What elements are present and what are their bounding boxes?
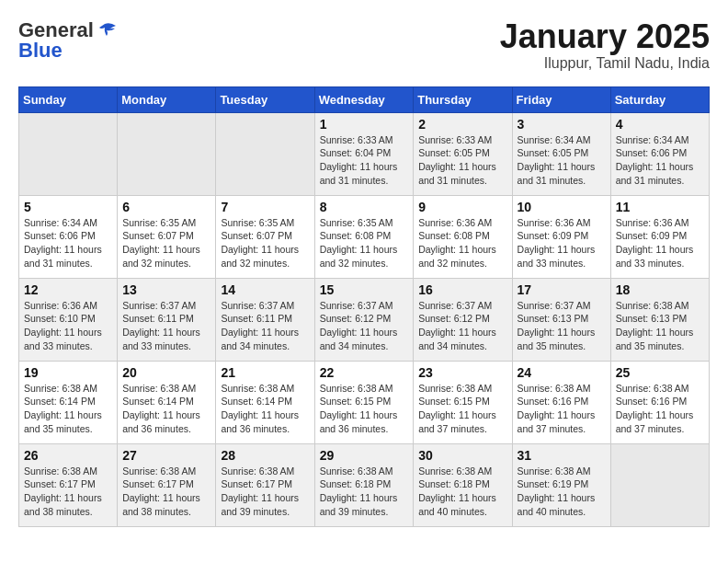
day-number: 13 [122,282,210,297]
calendar-cell: 24Sunrise: 6:38 AMSunset: 6:16 PMDayligh… [512,361,610,443]
calendar-cell: 3Sunrise: 6:34 AMSunset: 6:05 PMDaylight… [512,112,610,195]
day-number: 21 [221,365,309,380]
calendar-cell: 20Sunrise: 6:38 AMSunset: 6:14 PMDayligh… [118,361,216,443]
calendar-cell [19,112,118,195]
day-number: 23 [418,365,506,380]
day-info: Sunrise: 6:38 AMSunset: 6:17 PMDaylight:… [24,465,112,519]
calendar-cell: 21Sunrise: 6:38 AMSunset: 6:14 PMDayligh… [216,361,314,443]
day-number: 20 [122,365,210,380]
calendar-cell: 19Sunrise: 6:38 AMSunset: 6:14 PMDayligh… [19,361,118,443]
day-number: 4 [616,117,704,132]
day-info: Sunrise: 6:38 AMSunset: 6:15 PMDaylight:… [418,382,506,436]
week-row: 26Sunrise: 6:38 AMSunset: 6:17 PMDayligh… [19,443,710,526]
day-number: 22 [320,365,409,380]
calendar-cell: 31Sunrise: 6:38 AMSunset: 6:19 PMDayligh… [512,443,610,526]
calendar-cell: 27Sunrise: 6:38 AMSunset: 6:17 PMDayligh… [118,443,216,526]
day-info: Sunrise: 6:33 AMSunset: 6:04 PMDaylight:… [320,133,409,188]
day-number: 11 [616,200,704,214]
day-info: Sunrise: 6:34 AMSunset: 6:06 PMDaylight:… [24,216,112,270]
day-info: Sunrise: 6:38 AMSunset: 6:16 PMDaylight:… [518,382,606,436]
calendar-cell [118,112,216,195]
day-number: 27 [122,448,210,463]
weekday-header-friday: Friday [512,86,610,112]
calendar-cell: 16Sunrise: 6:37 AMSunset: 6:12 PMDayligh… [414,278,512,361]
calendar-cell: 4Sunrise: 6:34 AMSunset: 6:06 PMDaylight… [610,112,709,195]
day-number: 2 [418,117,506,132]
calendar-cell: 15Sunrise: 6:37 AMSunset: 6:12 PMDayligh… [314,278,414,361]
day-info: Sunrise: 6:35 AMSunset: 6:07 PMDaylight:… [221,216,309,270]
logo-bird-icon [97,22,118,39]
weekday-header-row: SundayMondayTuesdayWednesdayThursdayFrid… [19,86,710,112]
day-info: Sunrise: 6:34 AMSunset: 6:06 PMDaylight:… [616,133,704,188]
calendar-cell: 22Sunrise: 6:38 AMSunset: 6:15 PMDayligh… [314,361,414,443]
logo: General Blue [18,18,118,63]
calendar-cell: 11Sunrise: 6:36 AMSunset: 6:09 PMDayligh… [610,195,709,278]
day-info: Sunrise: 6:38 AMSunset: 6:17 PMDaylight:… [221,465,309,519]
day-info: Sunrise: 6:37 AMSunset: 6:11 PMDaylight:… [221,299,309,353]
day-info: Sunrise: 6:38 AMSunset: 6:14 PMDaylight:… [221,382,309,436]
calendar-cell [610,443,709,526]
day-info: Sunrise: 6:36 AMSunset: 6:08 PMDaylight:… [418,216,506,270]
calendar-cell: 6Sunrise: 6:35 AMSunset: 6:07 PMDaylight… [118,195,216,278]
day-number: 24 [518,365,606,380]
calendar-cell: 26Sunrise: 6:38 AMSunset: 6:17 PMDayligh… [19,443,118,526]
day-info: Sunrise: 6:38 AMSunset: 6:14 PMDaylight:… [122,382,210,436]
calendar-cell: 10Sunrise: 6:36 AMSunset: 6:09 PMDayligh… [512,195,610,278]
calendar-cell [216,112,314,195]
day-info: Sunrise: 6:37 AMSunset: 6:12 PMDaylight:… [320,299,409,353]
calendar-cell: 29Sunrise: 6:38 AMSunset: 6:18 PMDayligh… [314,443,414,526]
week-row: 5Sunrise: 6:34 AMSunset: 6:06 PMDaylight… [19,195,710,278]
day-number: 28 [221,448,309,463]
week-row: 1Sunrise: 6:33 AMSunset: 6:04 PMDaylight… [19,112,710,195]
day-number: 12 [24,282,112,297]
calendar-cell: 28Sunrise: 6:38 AMSunset: 6:17 PMDayligh… [216,443,314,526]
weekday-header-wednesday: Wednesday [314,86,414,112]
day-number: 5 [24,200,112,214]
day-info: Sunrise: 6:35 AMSunset: 6:07 PMDaylight:… [122,216,210,270]
day-info: Sunrise: 6:37 AMSunset: 6:12 PMDaylight:… [418,299,506,353]
day-info: Sunrise: 6:38 AMSunset: 6:16 PMDaylight:… [616,382,704,436]
day-number: 18 [616,282,704,297]
day-number: 31 [518,448,606,463]
location: Iluppur, Tamil Nadu, India [500,55,710,72]
month-title: January 2025 [500,18,710,55]
day-info: Sunrise: 6:34 AMSunset: 6:05 PMDaylight:… [518,133,606,188]
calendar-cell: 2Sunrise: 6:33 AMSunset: 6:05 PMDaylight… [414,112,512,195]
day-number: 19 [24,365,112,380]
weekday-header-sunday: Sunday [19,86,118,112]
day-number: 25 [616,365,704,380]
day-number: 14 [221,282,309,297]
weekday-header-tuesday: Tuesday [216,86,314,112]
calendar-cell: 18Sunrise: 6:38 AMSunset: 6:13 PMDayligh… [610,278,709,361]
day-info: Sunrise: 6:36 AMSunset: 6:09 PMDaylight:… [518,216,606,270]
day-info: Sunrise: 6:35 AMSunset: 6:08 PMDaylight:… [320,216,409,270]
day-info: Sunrise: 6:38 AMSunset: 6:18 PMDaylight:… [320,465,409,519]
day-number: 16 [418,282,506,297]
day-number: 10 [518,200,606,214]
day-info: Sunrise: 6:38 AMSunset: 6:19 PMDaylight:… [518,465,606,519]
day-info: Sunrise: 6:38 AMSunset: 6:17 PMDaylight:… [122,465,210,519]
calendar-cell: 7Sunrise: 6:35 AMSunset: 6:07 PMDaylight… [216,195,314,278]
day-number: 6 [122,200,210,214]
calendar-cell: 12Sunrise: 6:36 AMSunset: 6:10 PMDayligh… [19,278,118,361]
day-info: Sunrise: 6:38 AMSunset: 6:18 PMDaylight:… [418,465,506,519]
day-info: Sunrise: 6:37 AMSunset: 6:13 PMDaylight:… [518,299,606,353]
weekday-header-saturday: Saturday [610,86,709,112]
day-number: 15 [320,282,409,297]
day-info: Sunrise: 6:33 AMSunset: 6:05 PMDaylight:… [418,133,506,188]
day-number: 17 [518,282,606,297]
title-block: January 2025 Iluppur, Tamil Nadu, India [500,18,710,72]
day-info: Sunrise: 6:38 AMSunset: 6:15 PMDaylight:… [320,382,409,436]
day-number: 1 [320,117,409,132]
calendar-cell: 25Sunrise: 6:38 AMSunset: 6:16 PMDayligh… [610,361,709,443]
logo-blue-text: Blue [18,39,63,63]
header: General Blue January 2025 Iluppur, Tamil… [18,18,710,72]
day-number: 9 [418,200,506,214]
calendar-cell: 13Sunrise: 6:37 AMSunset: 6:11 PMDayligh… [118,278,216,361]
day-info: Sunrise: 6:38 AMSunset: 6:14 PMDaylight:… [24,382,112,436]
calendar-cell: 8Sunrise: 6:35 AMSunset: 6:08 PMDaylight… [314,195,414,278]
calendar-cell: 1Sunrise: 6:33 AMSunset: 6:04 PMDaylight… [314,112,414,195]
calendar-cell: 23Sunrise: 6:38 AMSunset: 6:15 PMDayligh… [414,361,512,443]
calendar-cell: 14Sunrise: 6:37 AMSunset: 6:11 PMDayligh… [216,278,314,361]
calendar-cell: 9Sunrise: 6:36 AMSunset: 6:08 PMDaylight… [414,195,512,278]
